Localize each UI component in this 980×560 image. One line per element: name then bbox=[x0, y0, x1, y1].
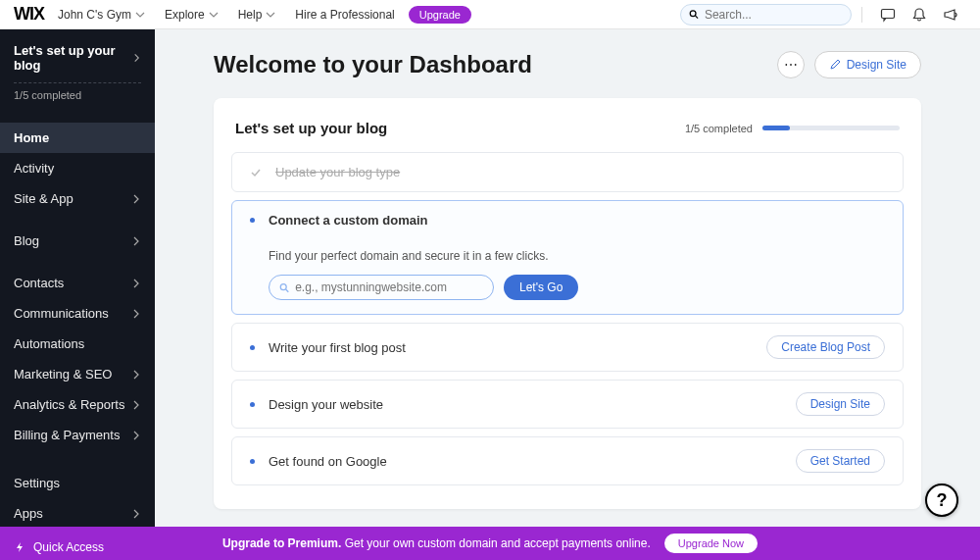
bell-icon[interactable] bbox=[911, 7, 927, 23]
help-link[interactable]: Help bbox=[238, 8, 276, 22]
search-icon bbox=[689, 9, 699, 20]
setup-card-title: Let's set up your blog bbox=[235, 120, 387, 136]
chevron-down-icon bbox=[266, 10, 275, 20]
megaphone-icon[interactable] bbox=[943, 7, 958, 23]
svg-point-3 bbox=[280, 283, 286, 289]
sidebar-item-settings[interactable]: Settings bbox=[0, 468, 155, 498]
step-write-post[interactable]: Write your first blog post Create Blog P… bbox=[231, 323, 904, 372]
svg-line-4 bbox=[286, 289, 289, 292]
chevron-right-icon bbox=[131, 194, 141, 204]
sidebar-item-blog[interactable]: Blog bbox=[0, 226, 155, 256]
step-design-website[interactable]: Design your website Design Site bbox=[231, 380, 904, 429]
page-title: Welcome to your Dashboard bbox=[214, 51, 532, 78]
search-input[interactable] bbox=[705, 8, 843, 22]
get-started-button[interactable]: Get Started bbox=[796, 449, 885, 473]
step-title: Get found on Google bbox=[269, 454, 782, 469]
sidebar-item-billing[interactable]: Billing & Payments bbox=[0, 420, 155, 450]
chevron-right-icon bbox=[131, 400, 141, 410]
bullet-icon bbox=[250, 345, 255, 350]
bullet-icon bbox=[250, 218, 255, 223]
pencil-icon bbox=[829, 59, 841, 71]
banner-bold: Upgrade to Premium. bbox=[222, 536, 341, 550]
progress-bar bbox=[762, 126, 900, 130]
sidebar-item-activity[interactable]: Activity bbox=[0, 153, 155, 183]
upgrade-now-button[interactable]: Upgrade Now bbox=[664, 534, 758, 553]
chevron-down-icon bbox=[135, 10, 145, 20]
svg-rect-2 bbox=[882, 9, 895, 18]
step-google[interactable]: Get found on Google Get Started bbox=[231, 436, 904, 485]
svg-point-0 bbox=[690, 11, 696, 17]
explore-link[interactable]: Explore bbox=[165, 8, 219, 22]
chevron-right-icon bbox=[131, 279, 141, 288]
sidebar-item-home[interactable]: Home bbox=[0, 123, 155, 153]
upgrade-button[interactable]: Upgrade bbox=[409, 6, 471, 24]
sidebar-item-analytics[interactable]: Analytics & Reports bbox=[0, 389, 155, 420]
banner-text: Get your own custom domain and accept pa… bbox=[345, 536, 651, 550]
setup-card: Let's set up your blog 1/5 completed Upd… bbox=[214, 98, 921, 509]
check-icon bbox=[250, 167, 262, 178]
more-button[interactable]: ⋯ bbox=[777, 51, 805, 78]
sidebar-item-apps[interactable]: Apps bbox=[0, 498, 155, 529]
sidebar-item-communications[interactable]: Communications bbox=[0, 298, 155, 329]
chevron-right-icon bbox=[131, 309, 141, 319]
design-site-button[interactable]: Design Site bbox=[814, 51, 921, 78]
svg-line-1 bbox=[696, 16, 698, 18]
lets-go-button[interactable]: Let's Go bbox=[504, 275, 578, 300]
step-title: Update your blog type bbox=[275, 165, 885, 179]
hire-link[interactable]: Hire a Professional bbox=[295, 8, 394, 22]
search-icon bbox=[279, 282, 289, 293]
bullet-icon bbox=[250, 459, 255, 464]
sidebar: Let's set up your blog 1/5 completed Hom… bbox=[0, 29, 155, 560]
upgrade-banner: Upgrade to Premium. Get your own custom … bbox=[0, 527, 980, 560]
design-site-step-button[interactable]: Design Site bbox=[796, 392, 885, 416]
sidebar-item-marketing[interactable]: Marketing & SEO bbox=[0, 359, 155, 389]
sidebar-setup-title: Let's set up your blog bbox=[14, 43, 132, 73]
chevron-down-icon bbox=[209, 10, 219, 20]
step-description: Find your perfect domain and secure it i… bbox=[269, 249, 885, 263]
wix-logo[interactable]: WIX bbox=[14, 4, 44, 25]
help-fab[interactable]: ? bbox=[925, 484, 958, 517]
bullet-icon bbox=[250, 402, 255, 407]
chevron-right-icon bbox=[132, 53, 141, 63]
create-blog-post-button[interactable]: Create Blog Post bbox=[766, 335, 885, 359]
main-content: Welcome to your Dashboard ⋯ Design Site … bbox=[155, 29, 980, 527]
chevron-right-icon bbox=[131, 509, 141, 519]
chat-icon[interactable] bbox=[880, 7, 896, 23]
site-name-dropdown[interactable]: John C's Gym bbox=[58, 8, 131, 22]
step-update-blog-type[interactable]: Update your blog type bbox=[231, 152, 904, 192]
lightning-icon bbox=[14, 541, 25, 553]
search-box[interactable] bbox=[680, 4, 852, 25]
setup-progress: 1/5 completed bbox=[685, 123, 900, 134]
step-title: Design your website bbox=[269, 397, 782, 412]
sidebar-setup-section[interactable]: Let's set up your blog bbox=[14, 43, 141, 73]
quick-access-button[interactable]: Quick Access bbox=[14, 540, 104, 554]
sidebar-progress: 1/5 completed bbox=[14, 89, 141, 101]
domain-input-wrap[interactable] bbox=[269, 275, 494, 300]
sidebar-item-site-app[interactable]: Site & App bbox=[0, 183, 155, 214]
step-title: Write your first blog post bbox=[269, 340, 753, 355]
progress-text: 1/5 completed bbox=[685, 123, 753, 134]
chevron-right-icon bbox=[131, 236, 141, 246]
chevron-right-icon bbox=[131, 431, 141, 440]
domain-input[interactable] bbox=[295, 280, 483, 294]
step-title: Connect a custom domain bbox=[269, 213, 885, 228]
sidebar-item-automations[interactable]: Automations bbox=[0, 329, 155, 359]
sidebar-item-contacts[interactable]: Contacts bbox=[0, 268, 155, 298]
topbar: WIX John C's Gym Explore Help Hire a Pro… bbox=[0, 0, 980, 29]
step-connect-domain: Connect a custom domain Find your perfec… bbox=[231, 200, 904, 315]
chevron-right-icon bbox=[131, 370, 141, 380]
